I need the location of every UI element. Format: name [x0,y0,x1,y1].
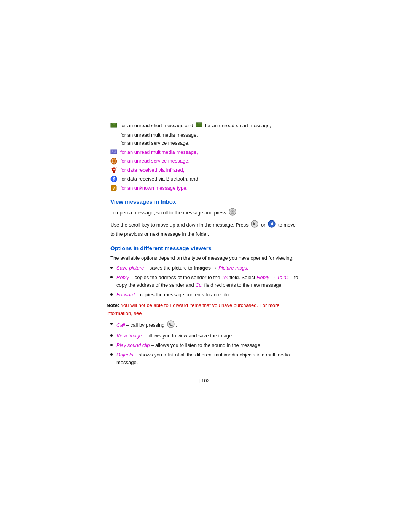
svg-line-15 [116,168,117,168]
service-item: for an unread service message, [110,157,301,165]
forward-content: Forward – copies the message contents to… [116,291,301,299]
picture-msgs-name: Picture msgs. [218,265,249,271]
cc-field-name: Cc: [195,282,203,288]
multimedia-indent-item: for an unread multimedia message, [120,131,301,139]
bullet-play-sound-clip: Play sound clip – allows you to listen t… [110,342,301,349]
bullet-dot [110,353,113,356]
to-field-name: To: [221,275,228,280]
bullet-save-picture: Save picture – saves the picture to Imag… [110,264,301,272]
bullet-call: Call – call by pressing . [110,320,301,330]
images-bold: Images [194,265,211,271]
infrared-icon: IR [110,167,117,174]
bullet-dot [110,334,113,337]
reply-name: Reply [116,275,129,280]
short-message-text: for an unread short message and for an u… [120,122,271,130]
bluetooth-item: for data received via Bluetooth, and [110,175,301,183]
save-picture-name: Save picture [116,265,144,271]
options-heading: Options in different message viewers [110,245,301,251]
unknown-icon: ? [110,185,117,192]
mms-label: for an unread multimedia message, [120,149,198,156]
note-box: Note: You will not be able to Forward it… [107,302,301,317]
play-sound-clip-name: Play sound clip [116,342,150,348]
note-label: Note: [107,302,119,308]
view-messages-heading: View messages in Inbox [110,198,301,205]
reply-content: Reply – copies the address of the sender… [116,274,301,289]
press-key-icon [229,208,236,218]
svg-text:IR: IR [113,168,115,171]
bluetooth-icon [110,176,117,182]
bullet-dot [110,267,113,269]
bullet-dot [110,276,113,278]
service-icon [110,158,117,165]
forward-name: Forward [116,292,135,297]
scroll-left-icon [268,220,276,230]
infrared-item: IR for data received via infrared, [110,166,301,174]
content-area: for an unread short message and for an u… [0,0,411,422]
bullet-forward: Forward – copies the message contents to… [110,291,301,299]
short-message-icon [110,122,117,128]
infrared-label: for data received via infrared, [120,166,184,174]
note-item: Note: You will not be able to Forward it… [107,302,301,317]
svg-rect-5 [112,150,113,152]
bullet-dot [110,323,113,325]
bullet-objects: Objects – shows you a list of all the di… [110,351,301,366]
top-section: for an unread short message and for an u… [110,122,301,192]
call-button-icon [167,320,175,330]
options-list: Save picture – saves the picture to Imag… [110,264,301,367]
play-sound-clip-content: Play sound clip – allows you to listen t… [116,342,301,349]
view-para2: Use the scroll key to move up and down i… [110,220,301,238]
svg-line-14 [111,168,112,168]
call-content: Call – call by pressing . [116,320,301,330]
svg-rect-13 [113,171,115,173]
bullet-view-image: View image – allows you to view and save… [110,332,301,340]
call-name: Call [116,322,125,328]
objects-content: Objects – shows you a list of all the di… [116,351,301,366]
bluetooth-label: for data received via Bluetooth, and [120,175,198,183]
options-intro: The available options depend on the type… [110,254,301,262]
short-message-item: for an unread short message and for an u… [110,122,301,130]
reply-option-name: Reply [256,275,269,280]
view-para1: To open a message, scroll to the message… [110,208,301,218]
unknown-label: for an unknown message type. [120,184,188,192]
scroll-right-icon [251,220,258,230]
bullet-dot [110,344,113,346]
view-image-content: View image – allows you to view and save… [116,332,301,340]
svg-text:?: ? [113,186,115,190]
mms-icon [110,149,117,155]
service-indent-item: for an unread service message, [120,139,301,147]
mms-item: for an unread multimedia message, [110,149,301,156]
svg-point-17 [111,176,117,182]
note-text: You will not be able to Forward items th… [107,302,280,316]
unknown-item: ? for an unknown message type. [110,184,301,192]
view-messages-section: View messages in Inbox To open a message… [110,198,301,238]
save-picture-content: Save picture – saves the picture to Imag… [116,264,301,272]
svg-point-22 [232,211,233,212]
bullet-reply: Reply – copies the address of the sender… [110,274,301,289]
page-number: [ 102 ] [110,378,301,383]
options-section: Options in different message viewers The… [110,245,301,367]
view-image-name: View image [116,333,142,339]
smart-message-icon [196,122,202,130]
service-label: for an unread service message, [120,157,190,165]
objects-name: Objects [116,352,133,358]
svg-point-27 [167,321,174,328]
to-all-name: To all [277,275,289,280]
page: for an unread short message and for an u… [0,0,411,532]
bullet-dot [110,293,113,296]
